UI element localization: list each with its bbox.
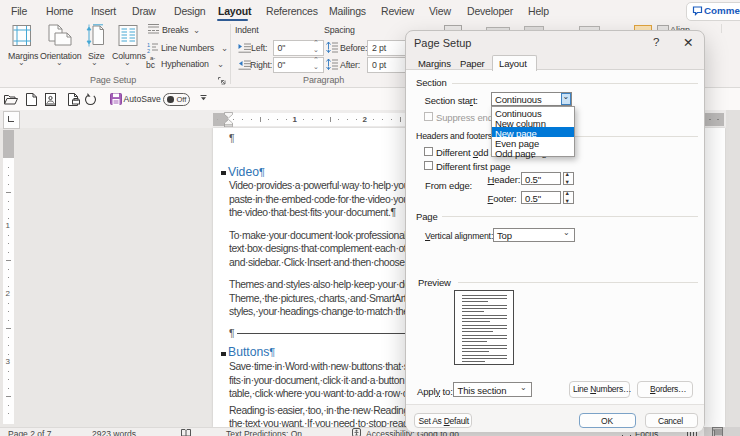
svg-text:2: 2 <box>147 48 150 54</box>
